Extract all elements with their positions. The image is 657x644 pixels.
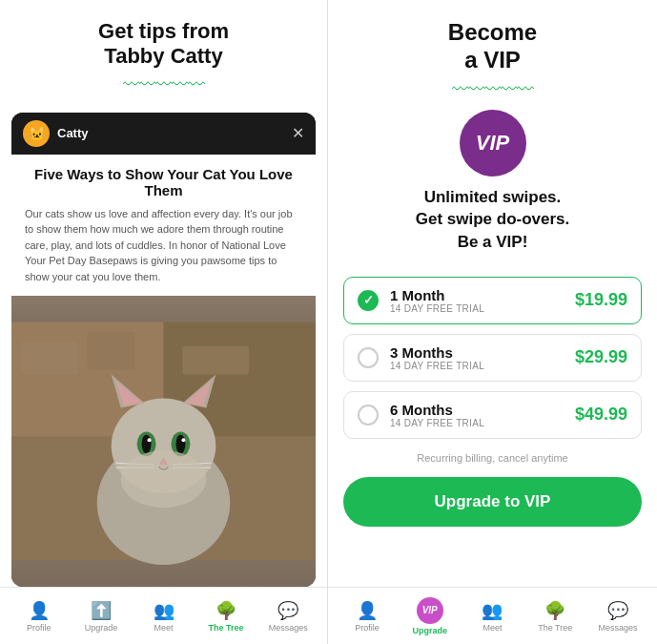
article-body: Our cats show us love and affection ever… <box>25 206 302 285</box>
right-nav-messages-label: Messages <box>599 623 638 633</box>
svg-point-16 <box>148 439 152 443</box>
svg-point-17 <box>181 439 185 443</box>
cat-image-svg <box>11 296 316 587</box>
right-nav-tree[interactable]: 🌳 The Tree <box>524 600 586 633</box>
left-nav-profile-label: Profile <box>27 623 51 633</box>
vip-title: Become a VIP <box>347 19 638 74</box>
article-title: Five Ways to Show Your Cat You Love Them <box>25 166 302 198</box>
meet-icon: 👥 <box>154 600 175 621</box>
plan-6months-radio <box>358 405 379 426</box>
plan-6months-price: $49.99 <box>575 405 627 425</box>
article-header-bar: 🐱 Catty ✕ <box>11 113 316 155</box>
plan-6months-trial: 14 DAY FREE TRIAL <box>390 418 564 428</box>
left-title: Get tips from Tabby Catty <box>19 19 308 70</box>
right-nav-meet-label: Meet <box>482 623 502 633</box>
vip-badge: VIP <box>460 110 526 177</box>
left-bottom-nav: 👤 Profile ⬆️ Upgrade 👥 Meet 🌳 The Tree 💬… <box>0 587 327 644</box>
svg-point-14 <box>142 435 152 454</box>
right-tree-icon: 🌳 <box>544 600 565 621</box>
article-brand: Catty <box>57 126 89 140</box>
right-meet-icon: 👥 <box>482 600 503 621</box>
catty-icon: 🐱 <box>23 120 50 147</box>
right-nav-profile-label: Profile <box>355 623 380 633</box>
left-nav-tree[interactable]: 🌳 The Tree <box>195 600 257 633</box>
article-header-left: 🐱 Catty <box>23 120 89 147</box>
plan-1month[interactable]: 1 Month 14 DAY FREE TRIAL $19.99 <box>343 277 642 324</box>
plans-container: 1 Month 14 DAY FREE TRIAL $19.99 3 Month… <box>328 277 657 439</box>
left-nav-messages-label: Messages <box>269 623 308 633</box>
plan-1month-name: 1 Month <box>390 287 564 303</box>
tree-icon: 🌳 <box>216 600 236 621</box>
profile-icon: 👤 <box>29 600 50 621</box>
left-header: Get tips from Tabby Catty 〰〰〰〰〰 <box>0 0 327 113</box>
right-nav-profile[interactable]: 👤 Profile <box>336 600 399 633</box>
left-nav-tree-label: The Tree <box>208 623 243 633</box>
right-panel: Become a VIP 〰〰〰〰〰 VIP Unlimited swipes.… <box>328 0 657 644</box>
plan-1month-info: 1 Month 14 DAY FREE TRIAL <box>390 287 564 314</box>
left-wavy: 〰〰〰〰〰 <box>19 75 308 95</box>
plan-3months-price: $29.99 <box>575 347 627 367</box>
right-nav-upgrade[interactable]: VIP Upgrade <box>399 597 462 635</box>
messages-icon: 💬 <box>277 600 298 621</box>
right-nav-upgrade-label: Upgrade <box>412 626 447 635</box>
svg-rect-5 <box>182 346 249 375</box>
vip-badge-text: VIP <box>476 131 509 156</box>
svg-rect-4 <box>88 332 135 370</box>
left-nav-profile[interactable]: 👤 Profile <box>8 600 70 633</box>
plan-1month-radio <box>358 290 379 311</box>
article-close-button[interactable]: ✕ <box>292 124 304 142</box>
article-image <box>11 296 316 587</box>
plan-3months-radio <box>358 347 379 368</box>
right-wavy: 〰〰〰〰〰 <box>347 80 638 100</box>
plan-6months-info: 6 Months 14 DAY FREE TRIAL <box>390 402 564 428</box>
svg-rect-3 <box>21 342 78 375</box>
vip-header: Become a VIP 〰〰〰〰〰 VIP Unlimited swipes.… <box>328 0 657 277</box>
upgrade-icon: ⬆️ <box>91 600 112 621</box>
upgrade-button[interactable]: Upgrade to VIP <box>343 477 642 527</box>
article-content: Five Ways to Show Your Cat You Love Them… <box>11 155 316 297</box>
vip-tagline: Unlimited swipes. Get swipe do-overs. Be… <box>347 186 638 254</box>
plan-3months-info: 3 Months 14 DAY FREE TRIAL <box>390 344 564 371</box>
right-nav-meet[interactable]: 👥 Meet <box>462 600 524 633</box>
plan-6months-name: 6 Months <box>390 402 564 418</box>
right-bottom-nav: 👤 Profile VIP Upgrade 👥 Meet 🌳 The Tree … <box>328 587 657 644</box>
left-nav-meet-label: Meet <box>154 623 174 633</box>
plan-3months[interactable]: 3 Months 14 DAY FREE TRIAL $29.99 <box>343 334 642 382</box>
left-nav-messages[interactable]: 💬 Messages <box>257 600 319 633</box>
left-nav-upgrade-label: Upgrade <box>85 623 118 633</box>
plan-3months-trial: 14 DAY FREE TRIAL <box>390 361 564 371</box>
right-profile-icon: 👤 <box>357 600 378 621</box>
left-nav-meet[interactable]: 👥 Meet <box>133 600 195 633</box>
right-nav-tree-label: The Tree <box>538 623 572 633</box>
plan-1month-trial: 14 DAY FREE TRIAL <box>390 303 564 314</box>
plan-1month-price: $19.99 <box>575 290 627 310</box>
svg-point-23 <box>121 451 207 509</box>
billing-note: Recurring billing, cancel anytime <box>328 452 657 464</box>
right-messages-icon: 💬 <box>607 600 628 621</box>
plan-6months[interactable]: 6 Months 14 DAY FREE TRIAL $49.99 <box>343 391 642 439</box>
article-card: 🐱 Catty ✕ Five Ways to Show Your Cat You… <box>11 113 316 587</box>
right-upgrade-vip-icon: VIP <box>417 597 443 624</box>
svg-point-15 <box>175 435 185 454</box>
right-nav-messages[interactable]: 💬 Messages <box>586 600 649 633</box>
plan-3months-name: 3 Months <box>390 344 564 361</box>
left-nav-upgrade[interactable]: ⬆️ Upgrade <box>70 600 132 633</box>
left-panel: Get tips from Tabby Catty 〰〰〰〰〰 🐱 Catty … <box>0 0 328 644</box>
